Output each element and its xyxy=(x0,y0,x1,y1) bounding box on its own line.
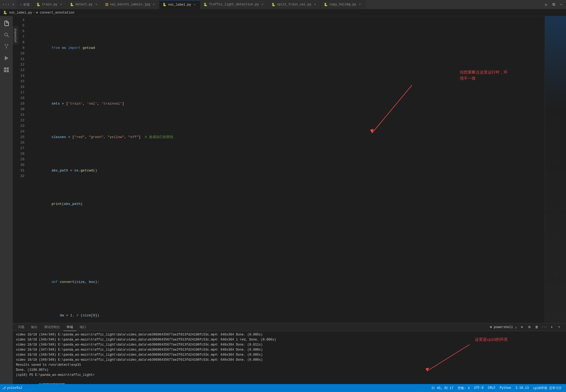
tab-close-voc-label[interactable]: × xyxy=(193,3,197,7)
terminal-split-icon[interactable]: ⧉ xyxy=(527,325,532,330)
tab-close-val-batch[interactable]: × xyxy=(152,2,156,7)
breadcrumb-symbol[interactable]: ⊕ convert_annotation xyxy=(36,11,74,15)
terminal-add-icon[interactable]: ⊕ xyxy=(519,325,525,330)
git-branch-icon: ⎇ xyxy=(2,386,6,390)
terminal-line-3: video 18/18 (346/349) E:\panda_ws-main\t… xyxy=(16,342,563,347)
tab-label-train: train.py xyxy=(42,3,57,6)
breadcrumb-sep: › xyxy=(33,11,35,15)
tab-icon-split-train-val: 🐍 xyxy=(271,3,275,7)
status-python-version[interactable]: 3.10.13 xyxy=(516,386,529,390)
activity-explorer[interactable] xyxy=(2,18,11,28)
code-line-13: dw = 1. / (size[0]) xyxy=(31,307,545,323)
tab-icon-traffic-detection: 🐍 xyxy=(203,3,207,7)
terminal-type: ⊞ powershell xyxy=(490,325,513,329)
activity-run-debug[interactable] xyxy=(2,53,11,63)
yolov5-badge: yolov5s2 xyxy=(13,27,18,44)
panel-tab-problems-label: 问题 xyxy=(18,325,24,329)
status-spaces[interactable]: 空格: 4 xyxy=(458,386,470,390)
code-line-6: sets = ['train', 'val', 'trainval'] xyxy=(31,95,545,112)
title-bar-actions: ▷ ⧉ − xyxy=(544,2,564,7)
svg-rect-4 xyxy=(7,70,9,72)
tab-copy-valimg[interactable]: 🐍 copy_Valimg.py × xyxy=(321,0,365,9)
panel-close-icon[interactable]: × xyxy=(556,325,562,330)
code-line-9: print(abs_path) xyxy=(31,196,545,212)
tab-icon-voc-label: 🐍 xyxy=(163,3,167,7)
tab-label-welcome: 欢迎 xyxy=(23,2,30,7)
tab-close-detect[interactable]: × xyxy=(94,2,99,7)
panel-tab-terminal[interactable]: 终端 xyxy=(63,323,76,331)
panel-chevron-up[interactable]: ∧ xyxy=(549,325,554,330)
panel-tab-ports-label: 端口 xyxy=(80,325,86,329)
status-branch-label: yolov5s2 xyxy=(7,386,22,390)
terminal-line-4: video 18/18 (347/349) E:\panda_ws-main\t… xyxy=(16,347,563,352)
panel-tab-debug-console-label: 调试控制台 xyxy=(44,325,60,329)
svg-rect-2 xyxy=(7,67,9,70)
run-icon[interactable]: ▷ xyxy=(544,2,549,7)
panel-tab-ports[interactable]: 端口 xyxy=(76,323,90,331)
code-content[interactable]: from os import getcwd sets = ['train', '… xyxy=(27,16,545,323)
panel-tab-terminal-label: 终端 xyxy=(67,325,73,329)
terminal-line-7: Results saved to runs\detect\exp31 xyxy=(16,363,563,368)
code-line-5 xyxy=(31,73,545,79)
tab-close-copy-valimg[interactable]: × xyxy=(358,2,362,7)
terminal-line-2: video 18/18 (345/349) E:\panda_ws-main\t… xyxy=(16,337,563,342)
tab-voc-label[interactable]: 🐍 voc_label.py × xyxy=(159,0,200,9)
tab-traffic-detection[interactable]: 🐍 Traffic_light_detection.py × xyxy=(200,0,268,9)
panel-tab-problems[interactable]: 问题 xyxy=(15,323,28,331)
tab-welcome[interactable]: ⚡ 欢迎 xyxy=(16,0,33,9)
line-numbers: 4 5 6 7 8 9 10 11 12 13 14 15 16 17 18 1… xyxy=(13,16,27,323)
panel-tab-debug-console[interactable]: 调试控制台 xyxy=(41,323,63,331)
tab-icon-copy-valimg: 🐍 xyxy=(324,3,328,7)
tab-close-split-train-val[interactable]: × xyxy=(313,2,317,7)
tab-split-train-val[interactable]: 🐍 split_train_val.py × xyxy=(268,0,321,9)
tab-val-batch[interactable]: 🖼 val_batch1_labels.jpg × xyxy=(102,0,159,9)
tab-icon-train: 🐍 xyxy=(36,3,40,7)
title-bar: ··· ⚡ ⚡ 欢迎 🐍 train.py × 🐍 detect.py × 🖼 … xyxy=(0,0,566,9)
code-line-8: abs_path = os.getcwd() xyxy=(31,162,545,179)
panel-tab-output[interactable]: 输出 xyxy=(28,323,41,331)
menu-dots[interactable]: ··· xyxy=(2,2,10,7)
minimize-icon[interactable]: − xyxy=(559,2,564,7)
code-line-10 xyxy=(31,229,545,235)
svg-rect-3 xyxy=(4,70,6,72)
panel-area: 问题 输出 调试控制台 终端 端口 ⊞ powershell ⚠ xyxy=(13,323,566,384)
status-right: 行 45, 列 17 空格: 4 UTF-8 CRLF Python 3.10.… xyxy=(432,386,564,390)
tab-close-train[interactable]: × xyxy=(59,2,63,7)
status-bar: ⎇ yolov5s2 行 45, 列 17 空格: 4 UTF-8 CRLF P… xyxy=(0,384,566,392)
panel-more-icon[interactable]: ··· xyxy=(542,325,547,330)
svg-rect-1 xyxy=(4,67,6,70)
activity-extensions[interactable] xyxy=(2,65,11,75)
code-line-7: classes = ["red", "green", "yellow", "of… xyxy=(31,129,545,145)
panel-tab-output-label: 输出 xyxy=(31,325,37,329)
status-right-text[interactable]: cp10环境 迁学习方 xyxy=(533,386,562,390)
tab-label-val-batch: val_batch1_labels.jpg xyxy=(110,3,150,6)
tab-icon-detect: 🐍 xyxy=(70,3,74,7)
terminal-line-8: Done. (1190.097s) xyxy=(16,368,563,373)
tab-close-traffic-detection[interactable]: × xyxy=(261,2,265,7)
terminal-line-9: (cp10) PS E:\panda_ws-main\traffic_light… xyxy=(16,373,563,378)
status-branch[interactable]: ⎇ yolov5s2 xyxy=(2,386,22,390)
svg-marker-0 xyxy=(5,56,8,60)
tab-label-copy-valimg: copy_Valimg.py xyxy=(329,3,356,6)
status-row-col[interactable]: 行 45, 列 17 xyxy=(432,386,453,390)
terminal-line-5: video 18/18 (348/349) E:\panda_ws-main\t… xyxy=(16,352,563,357)
status-language[interactable]: Python xyxy=(500,386,511,390)
tab-label-traffic-detection: Traffic_light_detection.py xyxy=(209,3,259,6)
breadcrumb-file[interactable]: 🐍 voc_label.py xyxy=(3,11,32,15)
terminal-line-highlight: * 还原的历史记录 xyxy=(16,378,563,384)
panel-content[interactable]: video 18/18 (344/349) E:\panda_ws-main\t… xyxy=(13,331,566,384)
terminal-line-6: video 18/18 (349/349) E:\panda_ws-main\t… xyxy=(16,357,563,363)
tab-train[interactable]: 🐍 train.py × xyxy=(33,0,67,9)
status-encoding[interactable]: UTF-8 xyxy=(474,386,484,390)
status-line-ending[interactable]: CRLF xyxy=(488,386,496,390)
tab-label-voc-label: voc_label.py xyxy=(168,3,191,7)
tab-icon-val-batch: 🖼 xyxy=(105,3,108,7)
tab-icon-welcome: ⚡ xyxy=(20,2,22,7)
editor-area: 4 5 6 7 8 9 10 11 12 13 14 15 16 17 18 1… xyxy=(13,16,566,384)
activity-source-control[interactable] xyxy=(2,42,11,51)
split-editor-icon[interactable]: ⧉ xyxy=(551,2,556,7)
tab-detect[interactable]: 🐍 detect.py × xyxy=(67,0,102,9)
activity-search[interactable] xyxy=(2,30,11,40)
terminal-trash-icon[interactable]: 🗑 xyxy=(534,325,539,330)
terminal-warning-icon: ⚠ xyxy=(515,325,517,329)
